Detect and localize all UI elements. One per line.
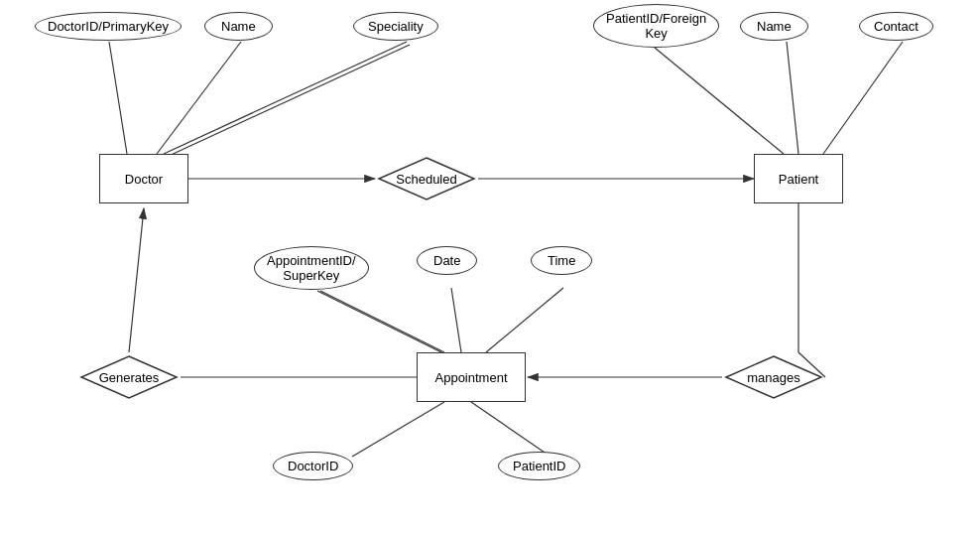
attr-patient-name: Name [740, 12, 808, 41]
svg-line-5 [787, 42, 798, 154]
attr-contact-label: Contact [874, 19, 919, 34]
attr-contact: Contact [859, 12, 933, 41]
entity-appointment-label: Appointment [435, 370, 508, 385]
attr-time-label: Time [548, 253, 575, 268]
relationship-scheduled: Scheduled [377, 156, 476, 201]
attr-patient-name-label: Name [757, 19, 792, 34]
attr-speciality-label: Speciality [368, 19, 424, 34]
svg-line-19 [471, 402, 551, 457]
relationship-scheduled-label: Scheduled [396, 172, 456, 187]
svg-line-13 [129, 208, 144, 352]
attr-date: Date [417, 246, 477, 275]
attr-doctor-name-label: Name [221, 19, 256, 34]
attr-date-label: Date [433, 253, 460, 268]
relationship-generates-label: Generates [99, 370, 160, 385]
svg-line-18 [352, 402, 444, 457]
svg-line-6 [823, 42, 903, 154]
attr-doctor-name: Name [204, 12, 273, 41]
attr-doctor-id2: DoctorID [273, 452, 353, 480]
attr-patient-fk: PatientID/Foreign Key [593, 4, 719, 48]
svg-line-17 [486, 288, 563, 352]
attr-patient-fk-label: PatientID/Foreign Key [606, 11, 706, 41]
svg-line-3 [167, 45, 410, 157]
svg-line-0 [109, 42, 127, 154]
er-diagram: Doctor Patient Appointment Scheduled Gen… [0, 0, 980, 533]
entity-doctor: Doctor [99, 154, 188, 203]
svg-line-14 [317, 291, 441, 352]
entity-doctor-label: Doctor [125, 172, 163, 187]
entity-patient: Patient [754, 154, 843, 203]
attr-doctor-id2-label: DoctorID [288, 459, 338, 473]
relationship-generates: Generates [79, 354, 179, 400]
svg-line-2 [164, 42, 407, 154]
relationship-manages: manages [724, 354, 823, 400]
attr-appt-id: AppointmentID/ SuperKey [254, 246, 369, 290]
attr-patient-id2-label: PatientID [513, 459, 565, 473]
svg-line-4 [655, 48, 784, 154]
svg-line-16 [451, 288, 461, 352]
relationship-manages-label: manages [747, 370, 799, 385]
entity-appointment: Appointment [417, 352, 526, 402]
attr-doctor-id: DoctorID/PrimaryKey [35, 12, 182, 41]
entity-patient-label: Patient [779, 172, 818, 187]
diagram-canvas [0, 0, 980, 533]
svg-line-15 [320, 291, 444, 352]
attr-time: Time [531, 246, 592, 275]
attr-patient-id2: PatientID [498, 452, 580, 480]
attr-speciality: Speciality [353, 12, 438, 41]
attr-appt-id-label: AppointmentID/ SuperKey [267, 253, 356, 283]
attr-doctor-id-label: DoctorID/PrimaryKey [48, 19, 169, 34]
